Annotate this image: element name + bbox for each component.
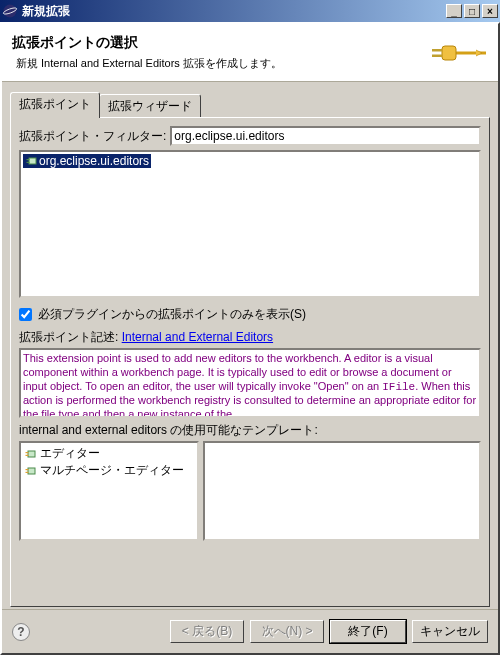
template-icon [24, 448, 38, 460]
template-icon [24, 465, 38, 477]
svg-rect-7 [27, 159, 30, 160]
minimize-button[interactable]: _ [446, 4, 462, 18]
cancel-button[interactable]: キャンセル [412, 620, 488, 643]
window-title: 新規拡張 [22, 3, 446, 20]
svg-rect-5 [432, 54, 442, 57]
svg-rect-11 [26, 454, 29, 455]
svg-rect-9 [28, 451, 35, 457]
filter-input[interactable] [170, 126, 481, 146]
list-item[interactable]: エディター [23, 445, 195, 462]
maximize-button[interactable]: □ [464, 4, 480, 18]
plugin-icon [25, 155, 39, 167]
required-plugins-checkbox[interactable] [19, 308, 32, 321]
window-buttons: _ □ × [446, 4, 498, 18]
finish-button[interactable]: 終了(F) [330, 620, 406, 643]
list-item[interactable]: マルチページ・エディター [23, 462, 195, 479]
svg-rect-3 [442, 46, 456, 60]
svg-rect-6 [29, 158, 36, 164]
plug-icon [428, 38, 488, 68]
tab-extension-wizard[interactable]: 拡張ウィザード [99, 94, 201, 117]
back-button[interactable]: < 戻る(B) [170, 620, 244, 643]
template-label: エディター [40, 445, 100, 462]
tab-panel: 拡張ポイント・フィルター: org.eclipse.ui.editors [10, 117, 490, 607]
svg-rect-13 [26, 469, 29, 470]
filter-label: 拡張ポイント・フィルター: [19, 128, 166, 145]
svg-rect-4 [432, 49, 442, 52]
extension-points-list[interactable]: org.eclipse.ui.editors [19, 150, 481, 298]
svg-rect-14 [26, 471, 29, 472]
templates-list[interactable]: エディター マルチページ・エディター [19, 441, 199, 541]
list-item[interactable]: org.eclipse.ui.editors [23, 154, 151, 168]
templates-label: internal and external editors の使用可能なテンプレ… [19, 422, 481, 439]
svg-rect-10 [26, 452, 29, 453]
tab-bar: 拡張ポイント 拡張ウィザード [10, 92, 490, 117]
tab-extension-points[interactable]: 拡張ポイント [10, 92, 100, 118]
wizard-banner: 拡張ポイントの選択 新規 Internal and External Edito… [2, 24, 498, 82]
button-bar: ? < 戻る(B) 次へ(N) > 終了(F) キャンセル [2, 609, 498, 653]
titlebar: 新規拡張 _ □ × [0, 0, 500, 22]
svg-rect-12 [28, 468, 35, 474]
description-box[interactable]: This extension point is used to add new … [19, 348, 481, 418]
required-plugins-label: 必須プラグインからの拡張ポイントのみを表示(S) [38, 306, 306, 323]
template-label: マルチページ・エディター [40, 462, 184, 479]
next-button[interactable]: 次へ(N) > [250, 620, 324, 643]
svg-rect-8 [27, 162, 30, 163]
banner-description: 新規 Internal and External Editors 拡張を作成しま… [12, 56, 428, 71]
description-label: 拡張ポイント記述: [19, 330, 122, 344]
close-button[interactable]: × [482, 4, 498, 18]
template-description [203, 441, 481, 541]
help-icon[interactable]: ? [12, 623, 30, 641]
list-item-label: org.eclipse.ui.editors [39, 154, 149, 168]
eclipse-icon [2, 3, 18, 19]
description-link[interactable]: Internal and External Editors [122, 330, 273, 344]
banner-title: 拡張ポイントの選択 [12, 34, 428, 52]
